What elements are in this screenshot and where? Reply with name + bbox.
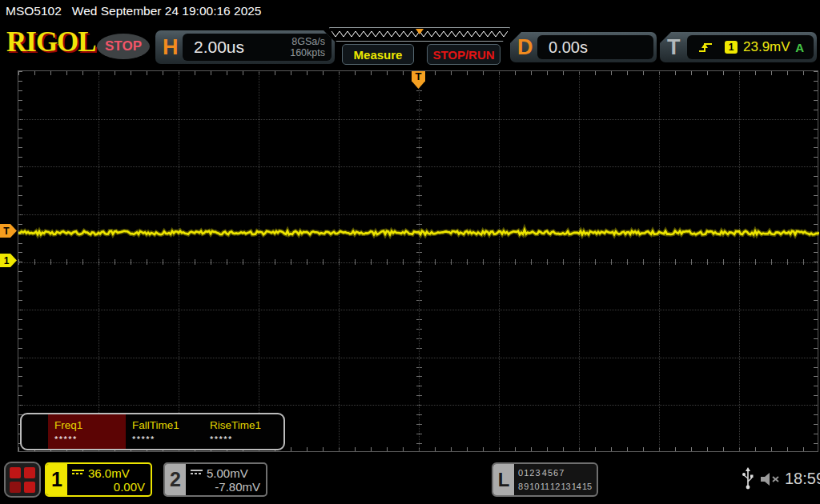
dc-coupling-icon	[72, 470, 84, 476]
trigger-level-marker[interactable]: T	[0, 224, 17, 238]
channel1-offset: 0.00V	[72, 480, 145, 494]
horizontal-label: H	[163, 35, 179, 60]
trigger-level-value: 23.9mV	[743, 39, 795, 55]
sample-rate: 8GSa/s	[290, 36, 325, 47]
clock: 18:59	[785, 470, 820, 488]
horizontal-panel[interactable]: H 2.00us 8GSa/s 160kpts	[155, 30, 335, 64]
dc-coupling-icon	[191, 470, 203, 476]
run-state-badge: STOP	[97, 34, 150, 59]
datetime-text: Wed September 24 19:00:16 2025	[72, 4, 262, 18]
memory-depth: 160kpts	[290, 47, 325, 58]
topbar: MSO5102 Wed September 24 19:00:16 2025	[6, 0, 262, 22]
digital-channels-row1: 0 1 2 3 4 5 6 7	[518, 466, 593, 480]
trigger-source-badge: 1	[725, 41, 738, 54]
measurement-name: Freq1	[54, 419, 119, 431]
timebase-value: 2.00us	[194, 38, 290, 57]
digital-channels-row2: 8 9 10 11 12 13 14 15	[518, 480, 593, 494]
channel2-status[interactable]: 2 5.00mV -7.80mV	[163, 462, 267, 497]
measurement-name: RiseTime1	[210, 419, 275, 431]
channel1-number: 1	[46, 464, 67, 495]
trigger-panel[interactable]: T 1 23.9mV A	[660, 32, 817, 62]
channel1-trace	[18, 71, 819, 453]
channel2-number: 2	[165, 464, 186, 495]
measurement-item-risetime1[interactable]: RiseTime1 *****	[203, 414, 281, 449]
waveform-display[interactable]	[18, 70, 818, 452]
measure-button[interactable]: Measure	[342, 44, 414, 65]
quad-squares-icon[interactable]	[4, 462, 41, 498]
red-square	[10, 467, 21, 478]
model-name: MSO5102	[6, 4, 62, 18]
usb-icon	[742, 467, 754, 490]
measurement-value: *****	[210, 434, 275, 444]
trigger-label: T	[667, 35, 681, 60]
delay-panel[interactable]: D 0.00s	[510, 32, 657, 62]
trigger-slope-icon	[698, 41, 713, 54]
logic-analyzer-status[interactable]: L 0 1 2 3 4 5 6 7 8 9 10 11 12 13 14 15	[492, 462, 598, 497]
speaker-muted-icon[interactable]	[759, 471, 782, 487]
measurement-item-freq1[interactable]: Freq1 *****	[48, 414, 126, 449]
stop-run-button[interactable]: STOP/RUN	[427, 44, 500, 65]
channel2-scale: 5.00mV	[207, 466, 248, 480]
acquisition-info: 8GSa/s 160kpts	[290, 36, 325, 59]
delay-value: 0.00s	[549, 38, 588, 57]
channel1-scale: 36.0mV	[88, 466, 130, 480]
delay-label: D	[517, 35, 533, 60]
measurement-value: *****	[132, 434, 197, 444]
channel2-offset: -7.80mV	[191, 480, 260, 494]
rigol-logo: RIGOL	[6, 26, 96, 58]
red-square	[24, 467, 35, 478]
trigger-mode: A	[795, 41, 804, 54]
channel1-ground-marker[interactable]: 1	[0, 254, 17, 267]
channel1-status[interactable]: 1 36.0mV 0.00V	[45, 462, 152, 497]
preview-position-icon	[416, 29, 424, 34]
red-square	[10, 482, 21, 493]
measurement-panel: Freq1 ***** FallTime1 ***** RiseTime1 **…	[20, 413, 285, 450]
logic-analyzer-label: L	[493, 464, 514, 495]
measurement-value: *****	[54, 434, 119, 444]
measurement-name: FallTime1	[132, 419, 197, 431]
red-square	[24, 482, 35, 493]
measurement-item-falltime1[interactable]: FallTime1 *****	[126, 414, 203, 449]
waveform-preview-bar[interactable]	[329, 27, 510, 42]
